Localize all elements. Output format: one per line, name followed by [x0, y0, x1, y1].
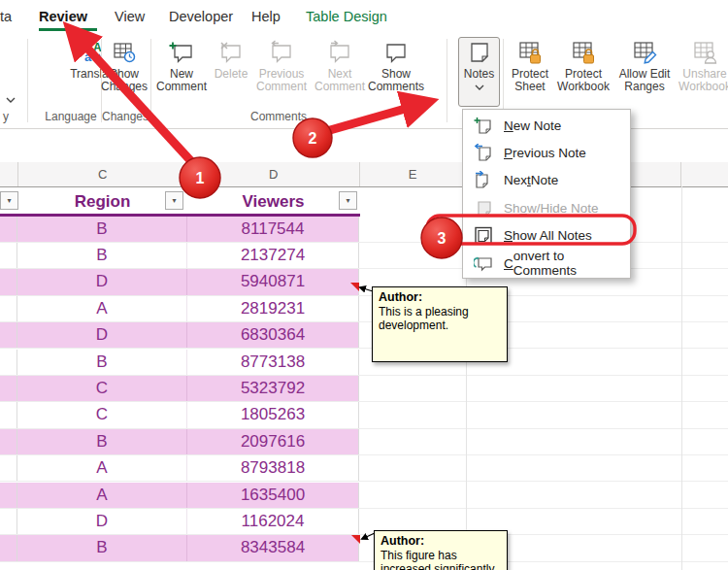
group-label-partial: y [0, 110, 12, 123]
protect-sheet-label: Protect Sheet [507, 68, 553, 93]
delete-comment-button: Delete [212, 37, 250, 105]
viewers-cell[interactable]: 5323792 [187, 376, 359, 401]
new-comment-button[interactable]: New Comment [154, 37, 209, 105]
tab-help[interactable]: Help [251, 9, 281, 24]
region-cell[interactable]: C [17, 402, 187, 427]
table-row[interactable]: B8773138 [0, 350, 728, 376]
table-row[interactable]: A8793818 [0, 455, 728, 482]
group-divider [447, 39, 447, 122]
region-cell[interactable]: B [17, 217, 187, 242]
viewers-cell[interactable]: 8793818 [187, 455, 359, 481]
new-comment-icon [168, 37, 195, 68]
region-cell[interactable]: A [17, 296, 187, 321]
notes-dropdown-chevron-icon[interactable] [475, 84, 484, 90]
show-changes-button[interactable]: Show Changes [99, 37, 149, 105]
protect-sheet-icon [517, 37, 544, 68]
table-row[interactable]: B8343584 [0, 535, 728, 561]
protect-workbook-icon [571, 37, 597, 68]
table-row[interactable]: A2819231 [0, 296, 728, 322]
chevron-down-icon[interactable] [6, 89, 16, 107]
notes-dropdown-menu: New Note Previous Note Next Note [462, 109, 631, 279]
region-cell[interactable]: A [17, 455, 187, 481]
show-comments-label: Show Comments [367, 68, 425, 93]
table-row[interactable]: B2097616 [0, 429, 728, 455]
ribbon-tab-bar: ta Review View Developer Help Table Desi… [0, 0, 728, 33]
protect-workbook-label: Protect Workbook [555, 68, 612, 93]
filter-dropdown-icon[interactable]: ▾ [0, 191, 18, 210]
viewers-cell[interactable]: 2137274 [187, 243, 359, 268]
tab-view[interactable]: View [115, 9, 145, 24]
viewers-cell[interactable]: 8343584 [187, 535, 359, 560]
viewers-cell[interactable]: 2819231 [187, 296, 359, 321]
protect-workbook-button[interactable]: Protect Workbook [555, 37, 612, 105]
active-tab-underline [39, 28, 97, 31]
group-label-changes: Changes [96, 110, 154, 123]
table-row[interactable]: D1162024 [0, 509, 728, 535]
region-cell[interactable]: B [17, 535, 187, 560]
region-cell[interactable]: B [17, 429, 187, 454]
notes-button[interactable]: Notes [458, 37, 500, 107]
show-changes-icon [112, 37, 137, 68]
table-row[interactable]: A1635400 [0, 483, 728, 509]
note-author-label: Author: [381, 534, 424, 548]
region-cell[interactable]: C [17, 376, 187, 401]
new-comment-label: New Comment [154, 68, 209, 93]
show-hide-note-icon [474, 199, 494, 218]
table-header-b-stub: ▾ [0, 187, 17, 216]
region-cell[interactable]: D [17, 509, 187, 534]
table-row[interactable]: C1805263 [0, 402, 728, 428]
region-cell[interactable]: A [17, 483, 187, 508]
region-header-label: Region [75, 192, 131, 212]
region-cell[interactable]: D [17, 269, 187, 294]
unshare-workbook-label: Unshare Workbook [678, 68, 728, 93]
viewers-cell[interactable]: 8117544 [187, 217, 359, 242]
tab-developer[interactable]: Developer [169, 9, 233, 24]
previous-note-icon [474, 144, 494, 162]
filter-dropdown-icon[interactable]: ▾ [339, 191, 357, 210]
previous-comment-button: Previous Comment [254, 37, 309, 105]
protect-sheet-button[interactable]: Protect Sheet [507, 37, 553, 105]
allow-edit-ranges-button[interactable]: Allow Edit Ranges [615, 37, 674, 105]
group-divider [150, 39, 151, 122]
tab-data-partial[interactable]: ta [0, 9, 12, 24]
table-row[interactable]: C5323792 [0, 376, 728, 402]
menu-item-show-all-notes[interactable]: Show All Notes [463, 222, 630, 250]
menu-item-new-note[interactable]: New Note [463, 112, 630, 139]
show-all-notes-icon [474, 226, 494, 245]
viewers-cell[interactable]: 5940871 [187, 269, 359, 294]
viewers-cell[interactable]: 1805263 [187, 402, 359, 427]
region-cell[interactable]: B [17, 243, 187, 268]
region-cell[interactable]: B [17, 350, 187, 375]
cell-note[interactable]: Author: This is a pleasing development. [372, 286, 508, 362]
viewers-cell[interactable]: 2097616 [187, 429, 359, 454]
cell-note[interactable]: Author: This figure has increased signif… [374, 530, 508, 570]
notes-label: Notes [464, 67, 494, 81]
column-header-c[interactable]: C [18, 162, 188, 186]
region-cell[interactable]: D [17, 322, 187, 348]
next-comment-button: Next Comment [313, 37, 367, 105]
viewers-cell[interactable]: 1635400 [187, 483, 359, 508]
tab-review[interactable]: Review [39, 9, 87, 24]
viewers-cell[interactable]: 1162024 [187, 509, 359, 534]
note-body-text: This is a pleasing development. [379, 305, 469, 333]
column-header-e[interactable]: E [360, 162, 467, 186]
menu-item-show-hide-note: Show/Hide Note [463, 194, 630, 221]
column-header-d[interactable]: D [188, 162, 360, 186]
tab-table-design[interactable]: Table Design [306, 9, 387, 24]
unshare-workbook-button: Unshare Workbook [678, 37, 728, 105]
group-label-comments: Comments [245, 110, 313, 123]
menu-item-previous-note[interactable]: Previous Note [463, 139, 630, 166]
delete-comment-label: Delete [215, 68, 248, 81]
show-comments-button[interactable]: Show Comments [367, 37, 425, 105]
table-row[interactable]: D6830364 [0, 322, 728, 349]
menu-item-next-note[interactable]: Next Note [463, 167, 630, 194]
filter-dropdown-icon[interactable]: ▾ [165, 191, 183, 210]
menu-item-convert-to-comments[interactable]: Convert to Comments [463, 250, 630, 277]
column-header-b-partial[interactable] [0, 162, 18, 186]
note-body-text: This figure has increased significantly [381, 549, 494, 570]
column-header-g-partial[interactable] [681, 162, 728, 186]
notes-icon [468, 38, 491, 67]
viewers-cell[interactable]: 6830364 [187, 322, 359, 348]
note-author-label: Author: [379, 290, 422, 304]
viewers-cell[interactable]: 8773138 [187, 350, 359, 375]
